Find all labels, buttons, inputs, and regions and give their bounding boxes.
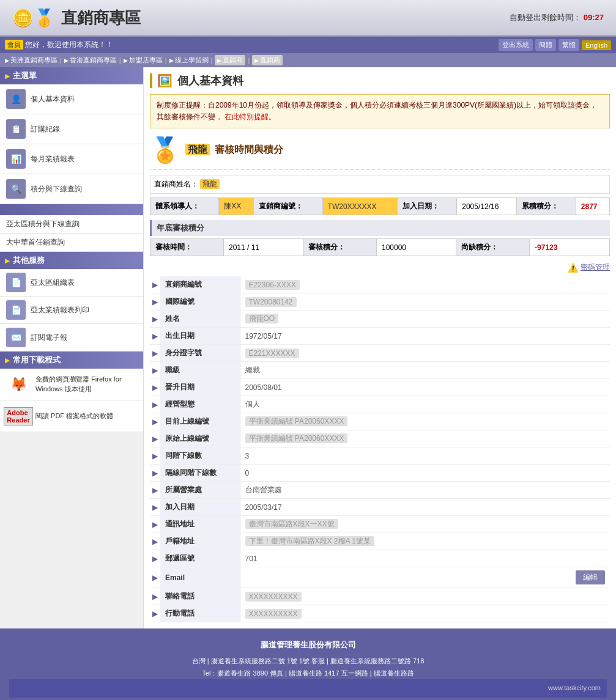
sidebar-item-asia-points[interactable]: 亞太區積分與下線查詢 <box>0 215 143 234</box>
sidebar-item-asia-print[interactable]: 📄 亞太業績報表列印 <box>0 297 143 324</box>
sidebar-item-china-check[interactable]: 大中華首任銷查詢 <box>0 234 143 252</box>
profile-icon: 👤 <box>6 89 26 109</box>
warning-icon: ⚠️ <box>568 263 578 273</box>
row-value: 臺灣市南區路X段X一XX號 <box>240 516 610 533</box>
row-value: 台南營業處 <box>240 482 610 499</box>
detail-table: ▶直銷商編號E22306-XXXX▶國際編號TW20080142▶姓名飛龍OO▶… <box>150 276 610 622</box>
row-value: 2005/08/01 <box>240 379 610 396</box>
user-review-title: 審核時間與積分 <box>215 144 283 155</box>
sub-nav-americas[interactable]: 美洲直銷商專區 <box>5 56 58 65</box>
main-layout: 主選單 👤 個人基本資料 📋 訂購紀錄 📊 每月業績報表 🔍 積分與下線查詢 亞… <box>0 67 616 628</box>
row-value: TW20080142 <box>240 293 610 311</box>
row-value: 平衡業績編號 PA20060XXXX <box>240 413 610 430</box>
row-label: 出生日期 <box>160 328 240 345</box>
row-arrow-icon: ▶ <box>150 328 160 345</box>
row-label: 直銷商編號 <box>160 276 240 293</box>
firefox-label[interactable]: 免費的網頁瀏覽器 Firefox for Windows 版本使用 <box>35 375 137 394</box>
row-label: 郵遞區號 <box>160 550 240 567</box>
table-row: ▶聯絡電話XXXXXXXXXX <box>150 588 610 605</box>
row-value: XXXXXXXXXX <box>240 605 610 622</box>
sub-nav-learning[interactable]: 線上學習網 <box>169 56 209 65</box>
pwd-manage-link[interactable]: 密碼管理 <box>581 262 610 273</box>
sidebar-item-points[interactable]: 🔍 積分與下線查詢 <box>0 174 143 204</box>
row-arrow-icon: ▶ <box>150 588 160 605</box>
header-timer: 自動登出剩餘時間： 09:27 <box>510 12 604 23</box>
row-arrow-icon: ▶ <box>150 362 160 379</box>
user-name-title: 飛龍 審核時間與積分 <box>185 144 283 157</box>
english-button[interactable]: English <box>582 40 611 50</box>
join-date-label: 加入日期： <box>398 198 457 215</box>
traditional-chinese-button[interactable]: 繁體 <box>558 39 579 51</box>
table-row: ▶Email編輯 <box>150 567 610 588</box>
downloads-label: 常用下載程式 <box>13 355 61 366</box>
sidebar-item-monthly-report[interactable]: 📊 每月業績報表 <box>0 144 143 174</box>
download-acrobat: AdobeReader 閱讀 PDF 檔案格式的軟體 <box>0 400 143 432</box>
row-label: 戶籍地址 <box>160 533 240 550</box>
row-value: 平衡業績編號 PA20060XXXX <box>240 430 610 448</box>
sidebar-item-orders[interactable]: 📋 訂購紀錄 <box>0 114 143 144</box>
table-row: ▶職級總裁 <box>150 362 610 379</box>
sidebar-item-subscribe[interactable]: ✉️ 訂閱電子報 <box>0 324 143 352</box>
acrobat-label[interactable]: 閱讀 PDF 檔案格式的軟體 <box>35 411 113 421</box>
row-arrow-icon: ▶ <box>150 345 160 362</box>
footer-contact: Tel：腸道養生路 3890 傳真 | 腸道養生路 1417 互一網路 | 腸道… <box>9 668 607 680</box>
sub-nav-franchise[interactable]: 加盟店專區 <box>124 56 163 65</box>
simple-chinese-button[interactable]: 簡體 <box>535 39 556 51</box>
sub-nav-distributor1[interactable]: 直銷商 <box>215 55 245 65</box>
page-title-icon: 🖼️ <box>157 73 173 88</box>
info-table: 體系領導人： 陳XX 直銷商編號： TW20XXXXXX 加入日期： 2005/… <box>150 197 610 215</box>
distributor-info: 直銷商姓名： 飛龍 <box>150 175 610 194</box>
row-value: 1972/05/17 <box>240 328 610 345</box>
user-avatar: 🏅 <box>150 136 180 164</box>
other-services-label: 其他服務 <box>13 255 45 266</box>
table-row: ▶原始上線編號平衡業績編號 PA20060XXXX <box>150 430 610 448</box>
annual-review-header: 年底審核積分 <box>150 220 610 236</box>
asia-print-label: 亞太業績報表列印 <box>31 305 89 315</box>
subscribe-label: 訂閱電子報 <box>31 333 67 343</box>
row-label: 姓名 <box>160 311 240 328</box>
sub-nav-distributor2[interactable]: 直銷商 <box>252 55 283 65</box>
edit-button[interactable]: 編輯 <box>576 570 605 584</box>
main-menu-label: 主選單 <box>13 70 37 81</box>
table-row: ▶郵遞區號701 <box>150 550 610 567</box>
table-row: ▶國際編號TW20080142 <box>150 293 610 311</box>
row-value: 2005/03/17 <box>240 499 610 516</box>
row-label: 經營型態 <box>160 396 240 413</box>
timer-value: 09:27 <box>584 13 604 22</box>
logout-button[interactable]: 登出系統 <box>499 39 533 51</box>
table-row: ▶同階下線數3 <box>150 448 610 465</box>
subscribe-icon: ✉️ <box>6 328 26 347</box>
report-icon: 📊 <box>6 149 26 169</box>
sub-nav: 美洲直銷商專區 | 香港直銷商專區 | 加盟店專區 | 線上學習網 | 直銷商 … <box>0 53 616 67</box>
cumulative-pts-value: 2877 <box>576 198 609 215</box>
row-label: 國際編號 <box>160 293 240 311</box>
header: 🪙🥇 直銷商專區 自動登出剩餘時間： 09:27 <box>0 0 616 37</box>
notice-text: 制度修正提醒：自2009年10月份起，領取領導及傳家獎金，個人積分必須連續考核三… <box>157 101 597 121</box>
row-arrow-icon: ▶ <box>150 448 160 465</box>
row-arrow-icon: ▶ <box>150 499 160 516</box>
review-time-label: 審核時間： <box>150 239 224 256</box>
row-arrow-icon: ▶ <box>150 311 160 328</box>
china-check-label: 大中華首任銷查詢 <box>6 237 65 248</box>
table-row: ▶行動電話XXXXXXXXXX <box>150 605 610 622</box>
coins-icon: 🪙🥇 <box>12 8 55 28</box>
top-nav-buttons: 登出系統 簡體 繁體 English <box>499 39 611 51</box>
table-row: ▶經營型態個人 <box>150 396 610 413</box>
sub-nav-hk[interactable]: 香港直銷商專區 <box>64 56 117 65</box>
sub-section-header <box>0 204 143 215</box>
timer-label: 自動登出剩餘時間： <box>510 13 581 22</box>
firefox-icon: 🦊 <box>6 374 31 395</box>
table-row: ▶姓名飛龍OO <box>150 311 610 328</box>
dist-name-value: 飛龍 <box>200 179 220 189</box>
asia-org-icon: 📄 <box>6 273 26 292</box>
sidebar-item-profile[interactable]: 👤 個人基本資料 <box>0 84 143 114</box>
row-value: E22306-XXXX <box>240 276 610 293</box>
row-value: 總裁 <box>240 362 610 379</box>
row-label: 聯絡電話 <box>160 588 240 605</box>
download-firefox: 🦊 免費的網頁瀏覽器 Firefox for Windows 版本使用 <box>0 369 143 400</box>
row-label: 加入日期 <box>160 499 240 516</box>
row-value: 701 <box>240 550 610 567</box>
row-arrow-icon: ▶ <box>150 550 160 567</box>
row-label: 職級 <box>160 362 240 379</box>
sidebar-item-asia-org[interactable]: 📄 亞太區組織表 <box>0 269 143 297</box>
